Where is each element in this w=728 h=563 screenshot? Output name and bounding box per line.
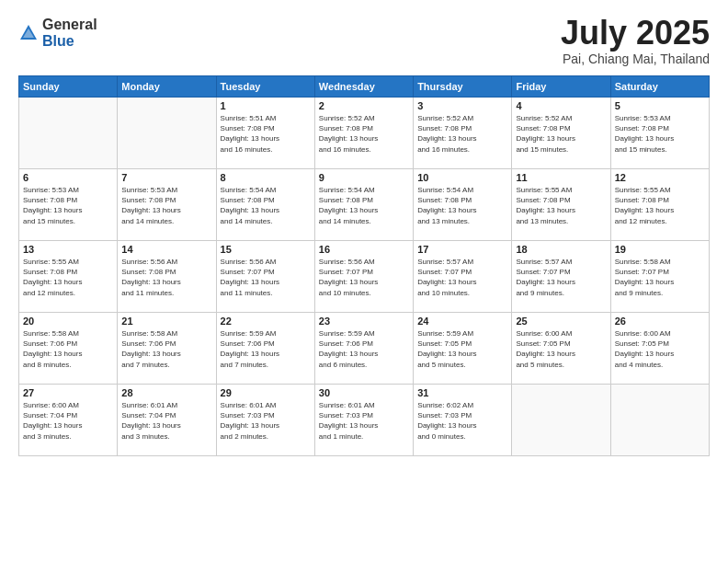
logo-text: General Blue (42, 17, 97, 49)
day-detail: Sunrise: 5:58 AM Sunset: 7:07 PM Dayligh… (615, 257, 705, 298)
day-detail: Sunrise: 5:53 AM Sunset: 7:08 PM Dayligh… (121, 185, 211, 226)
day-number: 19 (615, 244, 705, 255)
day-number: 8 (221, 172, 311, 183)
day-number: 21 (121, 316, 211, 327)
header: General Blue July 2025 Pai, Chiang Mai, … (18, 17, 710, 66)
week-row-4: 27Sunrise: 6:00 AM Sunset: 7:04 PM Dayli… (19, 385, 710, 456)
day-detail: Sunrise: 5:59 AM Sunset: 7:05 PM Dayligh… (417, 328, 507, 370)
week-row-1: 6Sunrise: 5:53 AM Sunset: 7:08 PM Daylig… (19, 169, 710, 241)
day-detail: Sunrise: 5:54 AM Sunset: 7:08 PM Dayligh… (319, 185, 409, 226)
day-number: 24 (417, 316, 507, 327)
day-cell: 4Sunrise: 5:52 AM Sunset: 7:08 PM Daylig… (512, 98, 610, 169)
day-detail: Sunrise: 5:51 AM Sunset: 7:08 PM Dayligh… (221, 113, 311, 155)
day-cell: 3Sunrise: 5:52 AM Sunset: 7:08 PM Daylig… (414, 98, 512, 169)
logo-general: General (42, 17, 97, 33)
day-cell: 19Sunrise: 5:58 AM Sunset: 7:07 PM Dayli… (610, 241, 709, 313)
week-row-0: 1Sunrise: 5:51 AM Sunset: 7:08 PM Daylig… (19, 98, 710, 169)
day-cell: 10Sunrise: 5:54 AM Sunset: 7:08 PM Dayli… (414, 169, 512, 241)
day-detail: Sunrise: 5:52 AM Sunset: 7:08 PM Dayligh… (319, 113, 409, 155)
day-cell: 1Sunrise: 5:51 AM Sunset: 7:08 PM Daylig… (216, 98, 314, 169)
day-number: 15 (221, 244, 311, 255)
calendar: SundayMondayTuesdayWednesdayThursdayFrid… (18, 75, 710, 456)
day-cell: 2Sunrise: 5:52 AM Sunset: 7:08 PM Daylig… (314, 98, 413, 169)
day-number: 14 (121, 244, 211, 255)
day-number: 22 (221, 316, 311, 327)
day-number: 12 (615, 172, 705, 183)
logo-icon (18, 23, 39, 43)
weekday-header-wednesday: Wednesday (314, 76, 413, 98)
day-number: 5 (615, 100, 705, 111)
day-detail: Sunrise: 6:00 AM Sunset: 7:04 PM Dayligh… (23, 400, 113, 442)
week-row-2: 13Sunrise: 5:55 AM Sunset: 7:08 PM Dayli… (19, 241, 710, 313)
day-detail: Sunrise: 5:55 AM Sunset: 7:08 PM Dayligh… (23, 257, 113, 298)
day-number: 6 (23, 172, 113, 183)
day-number: 9 (319, 172, 409, 183)
day-cell: 6Sunrise: 5:53 AM Sunset: 7:08 PM Daylig… (19, 169, 118, 241)
day-cell: 25Sunrise: 6:00 AM Sunset: 7:05 PM Dayli… (512, 313, 610, 385)
day-number: 3 (417, 100, 507, 111)
location: Pai, Chiang Mai, Thailand (561, 52, 710, 66)
day-number: 27 (23, 387, 113, 398)
day-number: 31 (417, 387, 507, 398)
day-cell: 11Sunrise: 5:55 AM Sunset: 7:08 PM Dayli… (512, 169, 610, 241)
day-number: 10 (417, 172, 507, 183)
day-cell: 27Sunrise: 6:00 AM Sunset: 7:04 PM Dayli… (19, 385, 118, 456)
day-number: 30 (319, 387, 409, 398)
day-detail: Sunrise: 5:53 AM Sunset: 7:08 PM Dayligh… (23, 185, 113, 226)
day-detail: Sunrise: 6:01 AM Sunset: 7:03 PM Dayligh… (221, 400, 311, 442)
day-detail: Sunrise: 5:58 AM Sunset: 7:06 PM Dayligh… (121, 328, 211, 370)
day-cell (19, 98, 118, 169)
weekday-header-thursday: Thursday (414, 76, 512, 98)
day-detail: Sunrise: 5:55 AM Sunset: 7:08 PM Dayligh… (615, 185, 705, 226)
day-number: 26 (615, 316, 705, 327)
day-number: 28 (121, 387, 211, 398)
day-number: 7 (121, 172, 211, 183)
day-detail: Sunrise: 5:58 AM Sunset: 7:06 PM Dayligh… (23, 328, 113, 370)
day-number: 4 (516, 100, 606, 111)
day-number: 29 (221, 387, 311, 398)
day-cell: 16Sunrise: 5:56 AM Sunset: 7:07 PM Dayli… (314, 241, 413, 313)
day-detail: Sunrise: 5:56 AM Sunset: 7:08 PM Dayligh… (121, 257, 211, 298)
page: General Blue July 2025 Pai, Chiang Mai, … (0, 0, 728, 563)
day-number: 1 (221, 100, 311, 111)
day-cell (512, 385, 610, 456)
day-cell: 9Sunrise: 5:54 AM Sunset: 7:08 PM Daylig… (314, 169, 413, 241)
day-detail: Sunrise: 5:57 AM Sunset: 7:07 PM Dayligh… (417, 257, 507, 298)
day-cell (610, 385, 709, 456)
day-cell: 13Sunrise: 5:55 AM Sunset: 7:08 PM Dayli… (19, 241, 118, 313)
day-number: 18 (516, 244, 606, 255)
day-number: 11 (516, 172, 606, 183)
day-cell: 7Sunrise: 5:53 AM Sunset: 7:08 PM Daylig… (118, 169, 216, 241)
weekday-header-tuesday: Tuesday (216, 76, 314, 98)
day-cell: 12Sunrise: 5:55 AM Sunset: 7:08 PM Dayli… (610, 169, 709, 241)
day-cell: 24Sunrise: 5:59 AM Sunset: 7:05 PM Dayli… (414, 313, 512, 385)
day-cell: 23Sunrise: 5:59 AM Sunset: 7:06 PM Dayli… (314, 313, 413, 385)
day-detail: Sunrise: 5:52 AM Sunset: 7:08 PM Dayligh… (516, 113, 606, 155)
day-cell: 30Sunrise: 6:01 AM Sunset: 7:03 PM Dayli… (314, 385, 413, 456)
day-cell: 17Sunrise: 5:57 AM Sunset: 7:07 PM Dayli… (414, 241, 512, 313)
day-cell: 22Sunrise: 5:59 AM Sunset: 7:06 PM Dayli… (216, 313, 314, 385)
day-detail: Sunrise: 6:00 AM Sunset: 7:05 PM Dayligh… (615, 328, 705, 370)
logo: General Blue (18, 17, 97, 49)
day-cell: 8Sunrise: 5:54 AM Sunset: 7:08 PM Daylig… (216, 169, 314, 241)
day-number: 17 (417, 244, 507, 255)
day-cell: 31Sunrise: 6:02 AM Sunset: 7:03 PM Dayli… (414, 385, 512, 456)
day-cell: 26Sunrise: 6:00 AM Sunset: 7:05 PM Dayli… (610, 313, 709, 385)
day-detail: Sunrise: 5:56 AM Sunset: 7:07 PM Dayligh… (319, 257, 409, 298)
day-cell (118, 98, 216, 169)
day-number: 20 (23, 316, 113, 327)
weekday-header-saturday: Saturday (610, 76, 709, 98)
day-detail: Sunrise: 5:57 AM Sunset: 7:07 PM Dayligh… (516, 257, 606, 298)
logo-blue: Blue (42, 33, 97, 50)
day-detail: Sunrise: 6:01 AM Sunset: 7:03 PM Dayligh… (319, 400, 409, 442)
weekday-header-friday: Friday (512, 76, 610, 98)
day-cell: 21Sunrise: 5:58 AM Sunset: 7:06 PM Dayli… (118, 313, 216, 385)
day-cell: 20Sunrise: 5:58 AM Sunset: 7:06 PM Dayli… (19, 313, 118, 385)
title-block: July 2025 Pai, Chiang Mai, Thailand (561, 17, 710, 66)
day-detail: Sunrise: 5:52 AM Sunset: 7:08 PM Dayligh… (417, 113, 507, 155)
day-cell: 28Sunrise: 6:01 AM Sunset: 7:04 PM Dayli… (118, 385, 216, 456)
month-title: July 2025 (561, 17, 710, 50)
day-number: 2 (319, 100, 409, 111)
day-detail: Sunrise: 6:01 AM Sunset: 7:04 PM Dayligh… (121, 400, 211, 442)
day-number: 23 (319, 316, 409, 327)
